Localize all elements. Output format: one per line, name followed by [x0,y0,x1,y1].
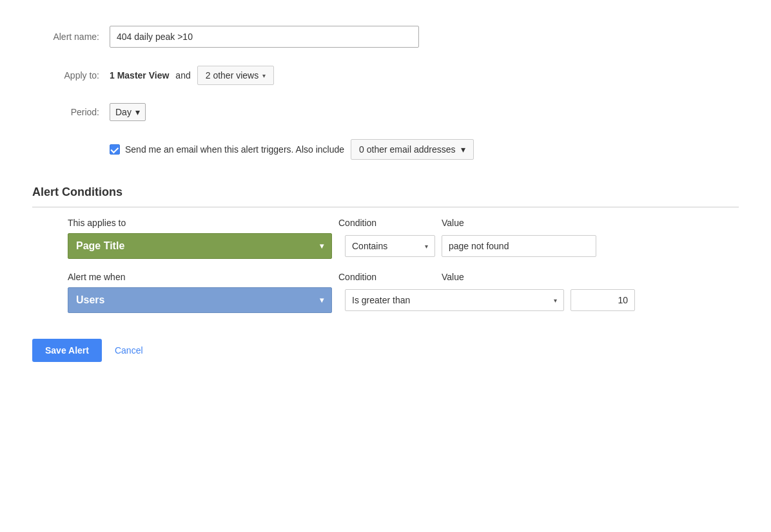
period-row: Period: Day ▾ [32,103,739,121]
actions-row: Save Alert Cancel [32,339,739,362]
alert-conditions-section: Alert Conditions This applies to Conditi… [32,185,739,313]
greater-than-arrow-icon: ▾ [554,297,557,304]
email-checkbox-container: Send me an email when this alert trigger… [110,144,344,155]
save-alert-label: Save Alert [45,345,89,356]
cancel-link[interactable]: Cancel [115,345,143,356]
email-addresses-label: 0 other email addresses [359,144,455,155]
contains-dropdown[interactable]: Contains ▾ [345,235,435,257]
and-text: and [175,70,190,81]
period-value: Day [115,107,132,117]
condition-header-2: Condition [338,272,442,282]
other-views-dropdown[interactable]: 2 other views ▾ [197,66,274,85]
period-arrow-icon: ▾ [135,107,140,117]
contains-label: Contains [352,241,387,251]
apply-to-row: Apply to: 1 Master View and 2 other view… [32,66,739,85]
other-views-label: 2 other views [206,70,259,81]
alert-name-row: Alert name: [32,26,739,48]
greater-than-dropdown[interactable]: Is greater than ▾ [345,289,564,311]
conditions-divider [32,207,739,207]
alert-me-header-row: Alert me when Condition Value [32,272,739,282]
condition-pair-2: Is greater than ▾ [332,289,635,311]
applies-to-dropdown[interactable]: Page Title ▾ [68,233,332,259]
email-arrow-icon: ▾ [461,144,465,155]
conditions-header-row: This applies to Condition Value [32,218,739,228]
alert-me-when-value: Users [76,294,104,306]
alert-name-label: Alert name: [32,32,110,42]
page-title-row: Page Title ▾ Contains ▾ [32,233,739,259]
email-row: Send me an email when this alert trigger… [32,139,739,160]
contains-arrow-icon: ▾ [425,243,428,250]
email-checkbox[interactable] [110,144,120,155]
email-addresses-dropdown[interactable]: 0 other email addresses ▾ [351,139,473,160]
alert-me-when-dropdown[interactable]: Users ▾ [68,287,332,313]
period-label: Period: [32,107,110,117]
applies-to-value: Page Title [76,240,124,252]
alert-conditions-title: Alert Conditions [32,185,739,199]
apply-to-content: 1 Master View and 2 other views ▾ [110,66,274,85]
alert-name-input[interactable] [110,26,419,48]
other-views-arrow-icon: ▾ [262,72,266,79]
master-view-text: 1 Master View [110,70,169,81]
value-header-1: Value [442,218,464,228]
email-label: Send me an email when this alert trigger… [125,144,344,155]
value-number-input[interactable] [571,289,635,311]
alert-me-header: Alert me when [68,272,338,282]
users-row: Users ▾ Is greater than ▾ [32,287,739,313]
condition-pair-1: Contains ▾ [332,235,596,257]
alert-me-arrow-icon: ▾ [320,296,324,305]
apply-to-label: Apply to: [32,70,110,81]
page-title-value-input[interactable] [442,235,596,257]
alert-form: Alert name: Apply to: 1 Master View and … [32,26,739,362]
save-alert-button[interactable]: Save Alert [32,339,102,362]
cancel-label: Cancel [115,345,143,356]
applies-to-arrow-icon: ▾ [320,242,324,251]
period-dropdown[interactable]: Day ▾ [110,103,146,121]
greater-than-label: Is greater than [352,295,410,305]
value-header-2: Value [442,272,464,282]
condition-header-1: Condition [338,218,442,228]
applies-to-header: This applies to [68,218,338,228]
